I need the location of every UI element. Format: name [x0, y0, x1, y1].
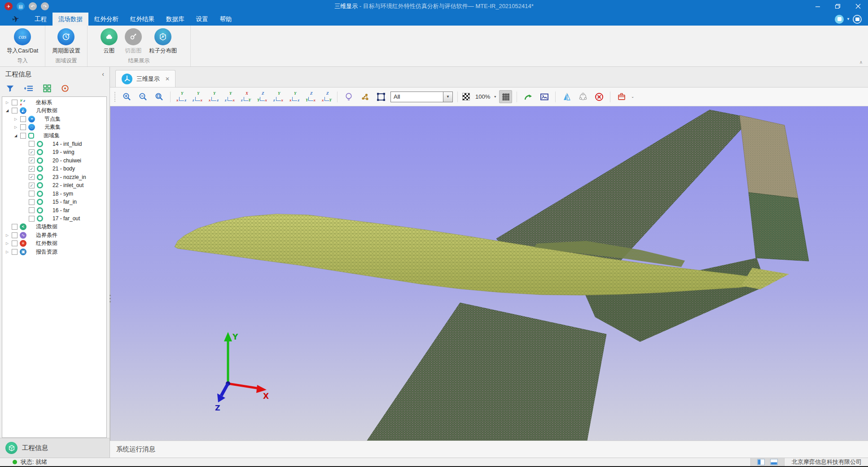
tree-item[interactable]: ✓23 - nozzle_in: [2, 173, 106, 182]
visibility-checkbox[interactable]: [29, 216, 35, 222]
menu-settings[interactable]: 设置: [190, 13, 214, 26]
menu-engineering[interactable]: 工程: [29, 13, 53, 26]
visibility-checkbox[interactable]: [12, 249, 18, 255]
tree-item[interactable]: ▷Yzx坐标系: [2, 98, 106, 107]
menu-database[interactable]: 数据库: [160, 13, 190, 26]
mirror-icon[interactable]: [560, 90, 573, 103]
visibility-checkbox[interactable]: ✓: [29, 157, 35, 163]
visibility-checkbox[interactable]: [12, 108, 18, 113]
tree-item[interactable]: ✓20 - chuiwei: [2, 157, 106, 165]
zoom-out-icon[interactable]: [136, 90, 149, 103]
visibility-checkbox[interactable]: [12, 232, 18, 238]
visibility-checkbox[interactable]: [29, 199, 35, 205]
zoom-in-icon[interactable]: [120, 90, 133, 103]
tree-expander-icon[interactable]: ◢: [4, 109, 10, 113]
tab-close-icon[interactable]: ✕: [165, 76, 170, 82]
import-cas-dat-button[interactable]: cas 导入Cas/Dat: [4, 28, 41, 55]
close-button[interactable]: [848, 0, 868, 13]
group-grid-icon[interactable]: [43, 84, 52, 93]
archive-dropdown-icon[interactable]: ⌄: [631, 95, 634, 99]
combo-dropdown-icon[interactable]: ▼: [443, 92, 453, 102]
tree-item[interactable]: 14 - int_fluid: [2, 140, 106, 148]
circle-nodes-icon[interactable]: [576, 90, 589, 103]
tree-expander-icon[interactable]: ▷: [4, 250, 10, 254]
tree-item[interactable]: ▷▣报告资源: [2, 248, 106, 256]
view-orientation-icon-1[interactable]: Yxz: [175, 91, 187, 103]
undo-button[interactable]: ↶: [29, 2, 37, 10]
mesh-grid-toggle[interactable]: [499, 90, 512, 103]
tree-expander-icon[interactable]: ▷: [4, 233, 10, 237]
tree-item[interactable]: ▷••节点集: [2, 115, 106, 123]
select-box-icon[interactable]: [374, 90, 387, 103]
visibility-checkbox[interactable]: [20, 133, 26, 139]
theme-dropdown-icon[interactable]: ▼: [846, 17, 850, 21]
visibility-checkbox[interactable]: ✓: [29, 166, 35, 172]
locate-target-icon[interactable]: [61, 84, 70, 93]
tree-item[interactable]: 17 - far_out: [2, 214, 106, 223]
project-panel-footer[interactable]: 工程信息: [0, 438, 110, 458]
periodic-face-button[interactable]: 周期面设置: [49, 28, 83, 55]
visibility-checkbox[interactable]: [12, 240, 18, 246]
particle-distribution-button[interactable]: 粒子分布图: [146, 28, 180, 55]
visibility-checkbox[interactable]: [12, 224, 18, 230]
archive-box-icon[interactable]: [615, 90, 628, 103]
save-button[interactable]: ▤: [17, 2, 25, 10]
tree-item[interactable]: ▷∿边界条件: [2, 231, 106, 240]
visibility-checkbox[interactable]: [29, 191, 35, 196]
visibility-checkbox[interactable]: ✓: [29, 174, 35, 180]
visibility-checkbox[interactable]: [20, 116, 26, 122]
screenshot-image-icon[interactable]: [538, 90, 551, 103]
tree-item[interactable]: ✓21 - body: [2, 165, 106, 173]
molecule-nodes-icon[interactable]: [358, 90, 371, 103]
menu-help[interactable]: 帮助: [214, 13, 238, 26]
view-orientation-icon-6[interactable]: ZYx: [256, 91, 268, 103]
filter-funnel-icon[interactable]: [5, 84, 15, 93]
layout-left-panel-icon[interactable]: [757, 459, 765, 465]
tree-expander-icon[interactable]: ▷: [13, 125, 19, 129]
theme-icon[interactable]: [835, 15, 844, 24]
toolbar-grip[interactable]: [114, 92, 116, 102]
menu-flow-data[interactable]: 流场数据: [53, 13, 88, 26]
menu-infrared-analysis[interactable]: 红外分析: [88, 13, 124, 26]
contour-cloud-button[interactable]: 云图: [97, 28, 121, 55]
view-orientation-icon-10[interactable]: ZxY: [320, 91, 333, 103]
tree-item[interactable]: 15 - far_in: [2, 198, 106, 206]
tree-item[interactable]: 18 - sym: [2, 190, 106, 198]
tree-expander-icon[interactable]: ▷: [4, 100, 10, 105]
tree-expander-icon[interactable]: ◢: [13, 134, 19, 138]
expand-list-icon[interactable]: [24, 84, 34, 93]
view-orientation-icon-5[interactable]: XzY: [240, 91, 252, 103]
tree-item[interactable]: ◢面域集: [2, 131, 106, 140]
section-plane-button[interactable]: 切面图: [122, 28, 145, 55]
view-orientation-icon-7[interactable]: Yzx: [272, 91, 284, 103]
cancel-icon[interactable]: [592, 90, 605, 103]
tree-item[interactable]: <流场数据: [2, 223, 106, 231]
view-orientation-icon-3[interactable]: Yxz: [207, 91, 219, 103]
ribbon-collapse-icon[interactable]: ∧: [859, 60, 863, 65]
tree-item[interactable]: ▷✳红外数据: [2, 240, 106, 248]
zoom-fit-icon[interactable]: [153, 90, 166, 103]
tree-item[interactable]: 16 - far: [2, 206, 106, 215]
visibility-checkbox[interactable]: [12, 100, 18, 105]
view-orientation-icon-8[interactable]: Yxz: [288, 91, 300, 103]
tree-item[interactable]: ✓22 - inlet_out: [2, 181, 106, 190]
redo-button[interactable]: ↷: [41, 2, 49, 10]
tab-3d-display[interactable]: 三维显示 ✕: [115, 70, 175, 87]
tree-item[interactable]: ▷◌元素集: [2, 123, 106, 132]
view-orientation-icon-9[interactable]: ZYx: [304, 91, 316, 103]
menu-infrared-results[interactable]: 红外结果: [124, 13, 160, 26]
tree-expander-icon[interactable]: ▷: [4, 241, 10, 245]
display-filter-combo[interactable]: All ▼: [390, 92, 453, 102]
visibility-checkbox[interactable]: ✓: [29, 183, 35, 188]
visibility-checkbox[interactable]: [29, 207, 35, 213]
layout-bottom-panel-icon[interactable]: [770, 459, 778, 465]
opacity-dropdown-icon[interactable]: ▾: [494, 95, 496, 99]
restore-button[interactable]: [828, 0, 848, 13]
panel-collapse-icon[interactable]: ‹: [102, 70, 104, 78]
visibility-checkbox[interactable]: [20, 124, 26, 130]
visibility-checkbox[interactable]: [29, 141, 35, 147]
export-arrow-icon[interactable]: [522, 90, 535, 103]
opacity-value[interactable]: 100%: [475, 93, 490, 100]
view-orientation-icon-4[interactable]: Yzx: [224, 91, 236, 103]
panel-splitter[interactable]: [109, 295, 111, 302]
